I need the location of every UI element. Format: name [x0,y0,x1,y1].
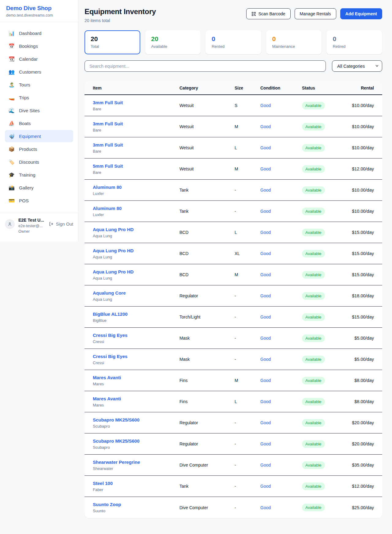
item-link[interactable]: Aqua Lung Pro HD [93,269,134,274]
item-rate: $10.00/day [337,209,382,214]
brand-domain: demo.test.divestreams.com [6,13,72,17]
stat-card-retired[interactable]: 0 Retired [326,30,382,54]
item-rate: $20.00/day [337,441,382,446]
item-link[interactable]: Steel 100 [93,481,113,486]
sidebar-item-boats[interactable]: ⛵ Boats [5,117,73,129]
manage-rentals-button[interactable]: Manage Rentals [295,8,336,19]
status-badge: Available [302,271,325,279]
status-badge: Available [302,292,325,300]
item-brand: Bare [93,170,177,175]
item-link[interactable]: Suunto Zoop [93,502,121,507]
item-link[interactable]: Mares Avanti [93,396,121,401]
item-link[interactable]: Cressi Big Eyes [93,333,127,338]
stat-card-maintenance[interactable]: 0 Maintenance [266,30,322,54]
sidebar-item-dashboard[interactable]: 📊 Dashboard [5,27,73,39]
item-category: Dive Computer [179,505,235,510]
item-size: M [235,166,260,171]
condition-link[interactable]: Good [260,315,271,319]
stats-row: 20 Total 20 Available 0 Rented 0 Mainten… [85,30,382,54]
condition-link[interactable]: Good [260,484,271,489]
item-link[interactable]: BigBlue AL1200 [93,311,128,317]
item-link[interactable]: 3mm Full Suit [93,100,123,105]
condition-link[interactable]: Good [260,124,271,129]
condition-link[interactable]: Good [260,145,271,150]
sidebar-item-trips[interactable]: 🚤 Trips [5,91,73,104]
condition-link[interactable]: Good [260,251,271,256]
column-header-size: Size [235,86,260,90]
condition-link[interactable]: Good [260,463,271,467]
sidebar-item-pos[interactable]: 💳 POS [5,194,73,207]
condition-link[interactable]: Good [260,103,271,108]
condition-link[interactable]: Good [260,230,271,235]
condition-link[interactable]: Good [260,166,271,171]
scan-barcode-button[interactable]: Scan Barcode [246,8,291,19]
item-brand: Faber [93,487,177,492]
condition-link[interactable]: Good [260,336,271,341]
sidebar-item-customers[interactable]: 👥 Customers [5,66,73,78]
item-link[interactable]: Cressi Big Eyes [93,354,127,359]
condition-link[interactable]: Good [260,378,271,383]
item-link[interactable]: Aluminum 80 [93,185,122,190]
table-row: Scubapro MK25/S600 Scubapro Regulator - … [85,433,382,455]
sidebar-item-bookings[interactable]: 📅 Bookings [5,40,73,52]
stat-card-total[interactable]: 20 Total [85,30,140,54]
item-link[interactable]: 5mm Full Suit [93,163,123,169]
stat-card-rented[interactable]: 0 Rented [205,30,261,54]
item-rate: $10.00/day [337,103,382,108]
status-badge: Available [302,504,325,511]
condition-link[interactable]: Good [260,505,271,510]
item-link[interactable]: Mares Avanti [93,375,121,380]
sidebar-item-gallery[interactable]: 📸 Gallery [5,181,73,194]
item-link[interactable]: 3mm Full Suit [93,121,123,126]
condition-link[interactable]: Good [260,357,271,362]
sidebar-item-tours[interactable]: 🏝️ Tours [5,78,73,91]
condition-link[interactable]: Good [260,420,271,425]
item-rate: $8.00/day [337,378,382,383]
condition-link[interactable]: Good [260,441,271,446]
item-link[interactable]: Shearwater Peregrine [93,460,140,465]
item-link[interactable]: Aqualung Core [93,290,126,296]
category-select[interactable]: All Categories [332,60,382,72]
table-row: Cressi Big Eyes Cressi Mask - Good Avail… [85,349,382,370]
item-rate: $15.00/day [337,315,382,319]
add-equipment-button[interactable]: Add Equipment [340,8,382,19]
category-select-wrap: All Categories [332,60,382,72]
item-category: Wetsuit [179,103,235,108]
item-rate: $12.00/day [337,484,382,489]
item-category: Wetsuit [179,124,235,129]
item-size: XL [235,251,260,256]
item-link[interactable]: Aluminum 80 [93,206,122,211]
sidebar: Demo Dive Shop demo.test.divestreams.com… [0,0,78,242]
sidebar-item-dive-sites[interactable]: 🌊 Dive Sites [5,104,73,116]
item-link[interactable]: Scubapro MK25/S600 [93,438,140,444]
sign-out-button[interactable]: Sign Out [49,221,73,227]
item-brand: Mares [93,382,177,386]
item-link[interactable]: Aqua Lung Pro HD [93,248,134,253]
table-row: Aqua Lung Pro HD Aqua Lung BCD XL Good A… [85,243,382,264]
brand-title[interactable]: Demo Dive Shop [6,5,72,12]
search-input[interactable] [85,60,326,72]
sidebar-item-products[interactable]: 📦 Products [5,143,73,155]
item-link[interactable]: Aqua Lung Pro HD [93,227,134,232]
sidebar-item-equipment[interactable]: 🤿 Equipment [5,130,73,142]
stat-card-available[interactable]: 20 Available [145,30,201,54]
sidebar-item-label: Trips [19,95,29,100]
condition-link[interactable]: Good [260,209,271,214]
item-link[interactable]: Scubapro MK25/S600 [93,417,140,422]
item-link[interactable]: 3mm Full Suit [93,142,123,147]
item-size: M [235,378,260,383]
products-icon: 📦 [9,146,15,152]
condition-link[interactable]: Good [260,399,271,404]
tours-icon: 🏝️ [9,82,15,88]
sidebar-item-training[interactable]: 🎓 Training [5,169,73,181]
sidebar-item-calendar[interactable]: 📆 Calendar [5,53,73,65]
condition-link[interactable]: Good [260,293,271,298]
item-size: - [235,484,260,489]
status-badge: Available [302,483,325,490]
condition-link[interactable]: Good [260,272,271,277]
table-body: 3mm Full Suit Bare Wetsuit S Good Availa… [85,95,382,518]
condition-link[interactable]: Good [260,188,271,193]
status-badge: Available [302,334,325,342]
item-size: - [235,463,260,467]
sidebar-item-discounts[interactable]: 🏷️ Discounts [5,156,73,168]
